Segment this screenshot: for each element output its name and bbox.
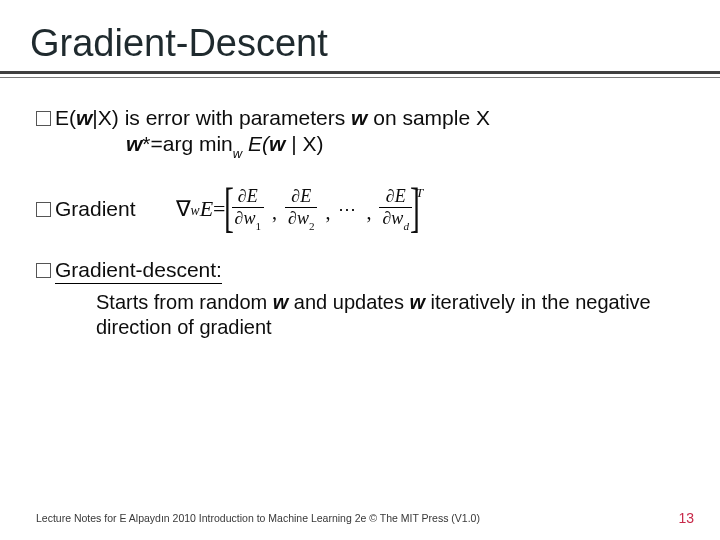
var-w: w (269, 132, 285, 155)
title-underline (0, 71, 720, 85)
ellipsis-icon: ⋯ (338, 198, 358, 221)
nabla-icon: ∇ (176, 195, 191, 223)
den: ∂w1 (232, 207, 264, 231)
gradient-label: Gradient (55, 197, 136, 220)
argmin-line: w*=arg minw E(w | X) (36, 131, 680, 160)
gd-heading: Gradient-descent: (55, 257, 222, 284)
txt: E( (55, 106, 76, 129)
var-w: w (126, 132, 142, 155)
gradient-label-wrap: Gradient (36, 196, 136, 222)
right-bracket-icon: ] (410, 187, 420, 230)
den: ∂w2 (285, 207, 317, 231)
bullet-box-icon (36, 263, 51, 278)
frac-d: ∂E ∂wd (379, 187, 411, 231)
txt: |X) is error with parameters (92, 106, 351, 129)
content-area: E(w|X) is error with parameters w on sam… (0, 105, 720, 340)
txt: on sample X (367, 106, 490, 129)
txt: *=arg min (142, 132, 232, 155)
gd-description: Starts from random w and updates w itera… (36, 284, 680, 340)
num: ∂E (235, 187, 261, 207)
den: ∂wd (379, 207, 411, 231)
comma: , (366, 200, 371, 231)
fractions: ∂E ∂w1 , ∂E ∂w2 , ⋯ , ∂E ∂wd (232, 187, 412, 231)
error-definition: E(w|X) is error with parameters w on sam… (36, 105, 680, 161)
txt: E( (242, 132, 269, 155)
var-w: w (410, 291, 426, 313)
gradient-descent-block: Gradient-descent: Starts from random w a… (36, 257, 680, 340)
rule-thick (0, 71, 720, 74)
rule-thin (0, 77, 720, 78)
comma: , (325, 200, 330, 231)
var-E: E (200, 195, 213, 223)
frac-1: ∂E ∂w1 (232, 187, 264, 231)
txt: and updates (288, 291, 409, 313)
var-w: w (351, 106, 367, 129)
frac-2: ∂E ∂w2 (285, 187, 317, 231)
gradient-block: Gradient ∇wE = [ ∂E ∂w1 , ∂E ∂w2 , ⋯ , ∂… (36, 187, 680, 231)
bullet-box-icon (36, 202, 51, 217)
gradient-equation: ∇wE = [ ∂E ∂w1 , ∂E ∂w2 , ⋯ , ∂E ∂wd (176, 187, 424, 231)
num: ∂E (288, 187, 314, 207)
page-number: 13 (678, 510, 694, 526)
slide-title: Gradient-Descent (0, 0, 720, 71)
footer-citation: Lecture Notes for E Alpaydın 2010 Introd… (36, 512, 480, 524)
sub-w: w (191, 202, 200, 219)
bullet-box-icon (36, 111, 51, 126)
comma: , (272, 200, 277, 231)
var-w: w (273, 291, 289, 313)
var-w: w (76, 106, 92, 129)
left-bracket-icon: [ (224, 187, 234, 230)
txt: Starts from random (96, 291, 273, 313)
txt: | X) (285, 132, 323, 155)
sub-w: w (233, 146, 242, 161)
num: ∂E (383, 187, 409, 207)
